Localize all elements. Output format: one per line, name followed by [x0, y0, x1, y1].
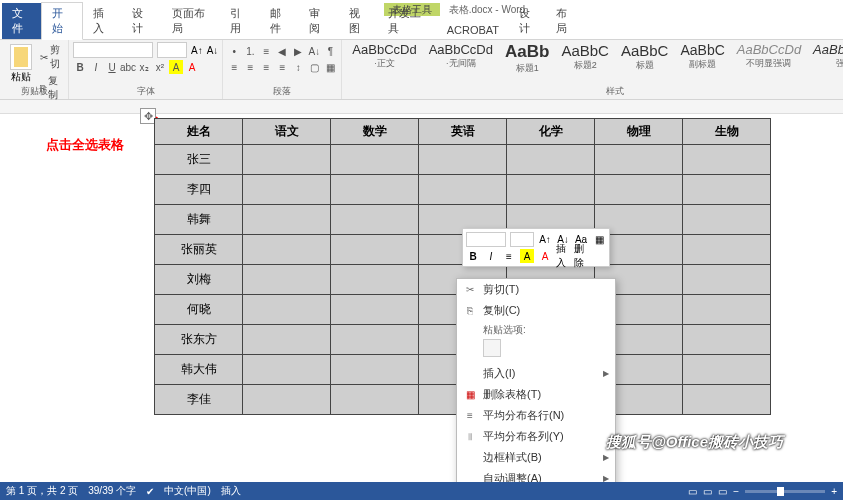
- table-cell[interactable]: 韩大伟: [155, 355, 243, 385]
- mini-size-select[interactable]: [510, 232, 534, 247]
- mini-font-select[interactable]: [466, 232, 506, 247]
- table-cell[interactable]: [331, 145, 419, 175]
- superscript-button[interactable]: x²: [153, 60, 167, 74]
- table-header[interactable]: 姓名: [155, 119, 243, 145]
- mini-grow-font-icon[interactable]: A↑: [538, 233, 552, 247]
- style-title[interactable]: AaBbC标题: [615, 42, 675, 75]
- table-cell[interactable]: 李四: [155, 175, 243, 205]
- ctx-distribute-cols[interactable]: ⦀平均分布各列(Y): [457, 426, 615, 447]
- ruler[interactable]: [0, 100, 843, 114]
- table-header[interactable]: 数学: [331, 119, 419, 145]
- table-cell[interactable]: [683, 385, 771, 415]
- table-cell[interactable]: [683, 265, 771, 295]
- table-cell[interactable]: 韩舞: [155, 205, 243, 235]
- paste-option-1[interactable]: [483, 339, 501, 357]
- mini-border-icon[interactable]: ▦: [592, 233, 606, 247]
- styles-gallery[interactable]: AaBbCcDd·正文 AaBbCcDd·无间隔 AaBb标题1 AaBbC标题…: [346, 42, 843, 75]
- table-cell[interactable]: [331, 235, 419, 265]
- justify-button[interactable]: ≡: [275, 60, 289, 74]
- show-marks-button[interactable]: ¶: [323, 44, 337, 58]
- tab-mailings[interactable]: 邮件: [260, 3, 299, 39]
- align-right-button[interactable]: ≡: [259, 60, 273, 74]
- table-header[interactable]: 物理: [595, 119, 683, 145]
- mini-highlight-button[interactable]: A: [520, 249, 534, 263]
- bold-button[interactable]: B: [73, 60, 87, 74]
- table-cell[interactable]: [243, 325, 331, 355]
- table-header[interactable]: 语文: [243, 119, 331, 145]
- table-cell[interactable]: [331, 295, 419, 325]
- tab-page-layout[interactable]: 页面布局: [162, 3, 221, 39]
- table-cell[interactable]: [595, 175, 683, 205]
- table-cell[interactable]: [683, 205, 771, 235]
- table-cell[interactable]: [243, 295, 331, 325]
- tab-review[interactable]: 审阅: [299, 3, 338, 39]
- tab-table-design[interactable]: 设计: [509, 3, 546, 39]
- style-nospacing[interactable]: AaBbCcDd·无间隔: [423, 42, 499, 75]
- view-web-icon[interactable]: ▭: [718, 486, 727, 497]
- table-cell[interactable]: [683, 355, 771, 385]
- table-cell[interactable]: [595, 145, 683, 175]
- tab-file[interactable]: 文件: [2, 3, 41, 39]
- bullets-button[interactable]: •: [227, 44, 241, 58]
- tab-acrobat[interactable]: ACROBAT: [437, 21, 509, 39]
- table-header[interactable]: 英语: [419, 119, 507, 145]
- table-cell[interactable]: 张丽英: [155, 235, 243, 265]
- mini-delete-button[interactable]: 删除: [574, 249, 588, 263]
- table-row[interactable]: 李四: [155, 175, 771, 205]
- table-cell[interactable]: [683, 175, 771, 205]
- tab-view[interactable]: 视图: [339, 3, 378, 39]
- style-normal[interactable]: AaBbCcDd·正文: [346, 42, 422, 75]
- table-cell[interactable]: [243, 205, 331, 235]
- zoom-out-icon[interactable]: −: [733, 486, 739, 497]
- italic-button[interactable]: I: [89, 60, 103, 74]
- style-heading1[interactable]: AaBb标题1: [499, 42, 555, 75]
- table-cell[interactable]: [683, 145, 771, 175]
- grow-font-icon[interactable]: A↑: [191, 45, 203, 56]
- insert-mode[interactable]: 插入: [221, 484, 241, 498]
- font-family-select[interactable]: [73, 42, 153, 58]
- mini-italic-button[interactable]: I: [484, 249, 498, 263]
- numbering-button[interactable]: 1.: [243, 44, 257, 58]
- style-emphasis[interactable]: AaBbCcDd强调: [807, 42, 843, 75]
- mini-insert-button[interactable]: 插入: [556, 249, 570, 263]
- table-cell[interactable]: [507, 175, 595, 205]
- table-cell[interactable]: 何晓: [155, 295, 243, 325]
- table-cell[interactable]: [419, 145, 507, 175]
- style-subtitle[interactable]: AaBbC副标题: [674, 42, 730, 75]
- sort-button[interactable]: A↓: [307, 44, 321, 58]
- tab-insert[interactable]: 插入: [83, 3, 122, 39]
- tab-references[interactable]: 引用: [220, 3, 259, 39]
- table-cell[interactable]: [331, 385, 419, 415]
- shrink-font-icon[interactable]: A↓: [207, 45, 219, 56]
- table-cell[interactable]: [243, 175, 331, 205]
- view-read-icon[interactable]: ▭: [688, 486, 697, 497]
- borders-button[interactable]: ▦: [323, 60, 337, 74]
- table-cell[interactable]: 刘梅: [155, 265, 243, 295]
- increase-indent-button[interactable]: ▶: [291, 44, 305, 58]
- table-cell[interactable]: [683, 295, 771, 325]
- table-cell[interactable]: 张东方: [155, 325, 243, 355]
- table-header[interactable]: 生物: [683, 119, 771, 145]
- table-cell[interactable]: [331, 175, 419, 205]
- table-cell[interactable]: [243, 385, 331, 415]
- cut-button[interactable]: ✂剪切: [38, 42, 64, 72]
- style-subtle-em[interactable]: AaBbCcDd不明显强调: [731, 42, 807, 75]
- table-cell[interactable]: [507, 145, 595, 175]
- multilevel-button[interactable]: ≡: [259, 44, 273, 58]
- ctx-copy[interactable]: ⎘复制(C): [457, 300, 615, 321]
- ctx-delete-table[interactable]: ▦删除表格(T): [457, 384, 615, 405]
- subscript-button[interactable]: x₂: [137, 60, 151, 74]
- zoom-in-icon[interactable]: +: [831, 486, 837, 497]
- ctx-insert[interactable]: 插入(I)▶: [457, 363, 615, 384]
- table-cell[interactable]: [243, 145, 331, 175]
- mini-bold-button[interactable]: B: [466, 249, 480, 263]
- mini-fontcolor-button[interactable]: A: [538, 249, 552, 263]
- table-cell[interactable]: [683, 325, 771, 355]
- shading-button[interactable]: ▢: [307, 60, 321, 74]
- zoom-slider[interactable]: [745, 490, 825, 493]
- table-cell[interactable]: [331, 205, 419, 235]
- table-cell[interactable]: [331, 325, 419, 355]
- tab-developer[interactable]: 开发工具: [378, 3, 437, 39]
- table-row[interactable]: 张三: [155, 145, 771, 175]
- table-cell[interactable]: [243, 355, 331, 385]
